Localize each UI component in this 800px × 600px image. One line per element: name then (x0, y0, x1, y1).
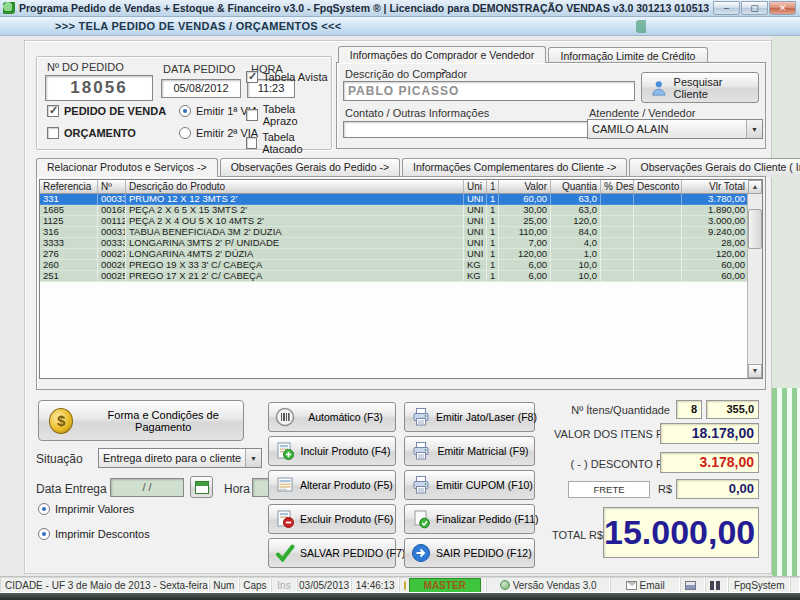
calendar-button[interactable] (190, 476, 213, 498)
atendente-combobox[interactable]: CAMILO ALAIN ▼ (587, 119, 763, 139)
order-date-label: DATA PEDIDO (163, 63, 235, 75)
column-header[interactable]: 1 (487, 180, 499, 193)
scroll-down-icon[interactable]: ▼ (748, 364, 762, 378)
tabela-avista-option[interactable]: Tabela Avista (246, 71, 328, 83)
table-row[interactable]: 251000251PREGO 17 X 21 2' C/ CABEÇAKG16,… (40, 271, 762, 282)
status-bar: CIDADE - UF 3 de Maio de 2013 - Sexta-fe… (0, 576, 800, 593)
header-logo-icon (636, 20, 696, 33)
itens-count-field: 8 (676, 400, 702, 419)
screen-title: >>> TELA PEDIDO DE VENDAS / ORÇAMENTOS <… (55, 20, 341, 32)
frete-button[interactable]: FRETE (568, 481, 650, 498)
application-window: Programa Pedido de Vendas + Estoque & Fi… (0, 0, 800, 600)
pesquisar-cliente-button[interactable]: Pesquisar Cliente (641, 72, 759, 103)
sair-pedido-button[interactable]: SAIR PEDIDO (F12) (404, 538, 535, 568)
status-email[interactable]: Email (610, 577, 679, 593)
chevron-down-icon: ▼ (245, 449, 261, 467)
forma-pagamento-button[interactable]: $ Forma e Condições de Pagamento (38, 400, 244, 441)
tabela-atacado-option[interactable]: Tabela Atacado (246, 131, 331, 155)
column-header[interactable]: Quantia (551, 180, 601, 193)
emitir-matricial-button[interactable]: Emitir Matricial (F9) (404, 436, 535, 466)
status-print[interactable] (680, 577, 705, 593)
table-row[interactable]: 1125001125PEÇA 2 X 4 OU 5 X 10 4MTS 2'UN… (40, 216, 762, 227)
data-entrega-label: Data Entrega (36, 482, 107, 496)
imprimir-descontos-option[interactable]: Imprimir Descontos (38, 528, 150, 540)
printer-icon (411, 407, 431, 427)
order-date-field[interactable]: 05/08/2012 (161, 79, 241, 98)
scroll-up-icon[interactable]: ▲ (748, 180, 762, 194)
product-tab-1[interactable]: Relacionar Produtos e Serviços -> (36, 158, 218, 177)
column-header[interactable]: % Desc. (601, 180, 634, 193)
order-number-field[interactable]: 18056 (45, 75, 153, 101)
arrow-icon (411, 543, 431, 563)
window-title: Programa Pedido de Vendas + Estoque & Fi… (19, 2, 709, 14)
situacao-combobox[interactable]: Entrega direto para o cliente ▼ (98, 448, 262, 468)
minimize-button[interactable]: – (713, 1, 740, 15)
incluir-produto-button[interactable]: Incluir Produto (F4) (268, 436, 396, 466)
pedido-venda-option[interactable]: PEDIDO DE VENDA (47, 105, 166, 117)
data-entrega-field[interactable]: / / (110, 478, 184, 497)
column-header[interactable]: Descrição do Produto (126, 180, 464, 193)
doc-add-icon (275, 441, 295, 461)
windows-taskbar (0, 593, 800, 600)
tab-comprador-vendedor[interactable]: Informações do Comprador e Vendedor -> (338, 46, 546, 63)
imprimir-descontos-radio[interactable] (38, 528, 50, 540)
pedido-venda-checkbox[interactable] (47, 105, 59, 117)
grid-vertical-scrollbar[interactable]: ▲ ▼ (747, 194, 762, 378)
status-date: 03/05/2013 (297, 577, 351, 593)
column-header[interactable]: Vlr Total (682, 180, 749, 193)
excluir-produto-button[interactable]: Excluir Produto (F6) (268, 504, 396, 534)
descricao-comprador-field[interactable]: PABLO PICASSO (343, 81, 635, 101)
finalizar-pedido-button[interactable]: Finalizar Pedido (F11) (404, 504, 535, 534)
emitir-2via-radio[interactable] (179, 127, 191, 139)
emitir-jato-laser-button[interactable]: Emitir Jato/Laser (F8) (404, 402, 535, 432)
close-button[interactable]: ✕ (769, 1, 796, 15)
imprimir-valores-radio[interactable] (38, 503, 50, 515)
printer-icon (685, 581, 696, 590)
scroll-thumb[interactable] (748, 209, 762, 249)
atendente-label: Atendente / Vendedor (589, 107, 695, 119)
table-row[interactable]: 3333003333LONGARINA 3MTS 2' P/ UNIDADEUN… (40, 238, 762, 249)
screen-header: >>> TELA PEDIDO DE VENDAS / ORÇAMENTOS <… (0, 17, 800, 36)
product-tab-2[interactable]: Observações Gerais do Pedido -> (220, 158, 400, 177)
imprimir-valores-option[interactable]: Imprimir Valores (38, 503, 134, 515)
maximize-button[interactable]: ▢ (741, 1, 768, 15)
tabela-atacado-checkbox[interactable] (246, 137, 257, 149)
orcamento-option[interactable]: ORÇAMENTO (47, 127, 136, 139)
emitir-1via-radio[interactable] (179, 105, 191, 117)
itens-qty-field: 355,0 (706, 400, 759, 419)
table-row[interactable]: 276000276LONGARINA 4MTS 2' DÚZIAUNI1120,… (40, 249, 762, 260)
app-logo-icon (3, 2, 15, 14)
doc-edit-icon (275, 475, 295, 495)
title-bar: Programa Pedido de Vendas + Estoque & Fi… (0, 0, 800, 17)
status-ins: Ins (271, 577, 297, 593)
column-header[interactable]: Valor (499, 180, 551, 193)
column-header[interactable]: Desconto (634, 180, 682, 193)
alterar-produto-button[interactable]: Alterar Produto (F5) (268, 470, 396, 500)
column-header[interactable]: Referencia (40, 180, 98, 193)
status-location: CIDADE - UF 3 de Maio de 2013 - Sexta-fe… (0, 577, 209, 593)
table-row[interactable]: 316000316TABUA BENEFICIADA 3M 2' DUZIAUN… (40, 227, 762, 238)
product-tab-3[interactable]: Informações Complementares do Cliente -> (402, 158, 627, 177)
tabela-avista-checkbox[interactable] (246, 71, 258, 83)
valor-itens-field: 18.178,00 (660, 423, 759, 444)
table-row[interactable]: 260000260PREGO 19 X 33 3' C/ CABEÇAKG16,… (40, 260, 762, 271)
buyer-tab-control: Informações do Comprador e Vendedor -> I… (336, 46, 766, 150)
orcamento-checkbox[interactable] (47, 127, 59, 139)
automatico-button[interactable]: Automático (F3) (268, 402, 396, 432)
frete-field: 0,00 (676, 479, 759, 499)
table-row[interactable]: 1685001685PEÇA 2 X 6 5 X 15 3MTS 2'UNI13… (40, 205, 762, 216)
tabela-aprazo-option[interactable]: Tabela Aprazo (246, 103, 331, 127)
product-tab-4[interactable]: Observações Gerais do Cliente ( Informaç… (629, 158, 800, 177)
column-header[interactable]: Nº (98, 180, 126, 193)
total-field: 15.000,00 (603, 507, 759, 558)
contato-field[interactable] (343, 121, 593, 138)
frete-moeda-label: R$ (658, 483, 672, 495)
column-header[interactable]: Uni (464, 180, 487, 193)
salvar-pedido-button[interactable]: SALVAR PEDIDO (F7) (268, 538, 396, 568)
key-icon (404, 581, 405, 590)
status-network[interactable] (705, 577, 728, 593)
emitir-cupom-button[interactable]: Emitir CUPOM (F10) (404, 470, 535, 500)
table-row[interactable]: 331000331PRUMO 12 X 12 3MTS 2'UNI160,006… (40, 194, 762, 205)
buyer-panel: Descrição do Comprador PABLO PICASSO Pes… (336, 62, 766, 149)
tabela-aprazo-checkbox[interactable] (246, 109, 258, 121)
